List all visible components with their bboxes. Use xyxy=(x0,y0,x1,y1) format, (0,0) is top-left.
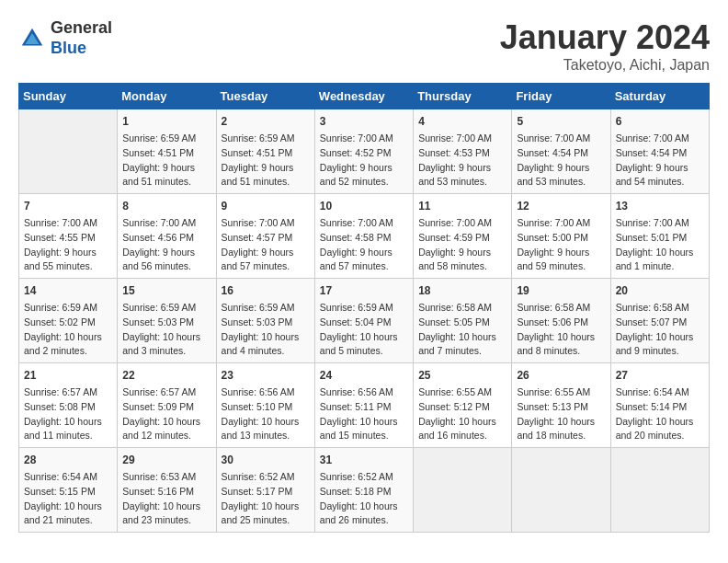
title-area: January 2024 Taketoyo, Aichi, Japan xyxy=(500,18,710,74)
calendar-cell: 4Sunrise: 7:00 AMSunset: 4:53 PMDaylight… xyxy=(414,109,512,194)
day-info: Daylight: 10 hours xyxy=(222,330,310,345)
day-info: Sunrise: 7:00 AM xyxy=(320,216,408,231)
day-info: Daylight: 10 hours xyxy=(320,415,408,430)
day-info: Sunset: 5:02 PM xyxy=(24,316,112,330)
calendar-cell: 12Sunrise: 7:00 AMSunset: 5:00 PMDayligh… xyxy=(512,194,610,279)
day-info: Daylight: 10 hours xyxy=(24,500,112,514)
day-info: Sunset: 5:03 PM xyxy=(122,316,210,330)
day-number: 1 xyxy=(122,113,210,130)
day-info: Sunset: 4:53 PM xyxy=(418,146,506,161)
logo: General Blue xyxy=(18,18,112,58)
day-info: Daylight: 10 hours xyxy=(517,415,605,430)
day-info: Daylight: 9 hours xyxy=(616,161,704,176)
day-info: Sunrise: 7:00 AM xyxy=(517,216,605,231)
day-info: and 57 minutes. xyxy=(222,259,310,274)
day-info: and 15 minutes. xyxy=(320,429,408,443)
day-number: 4 xyxy=(418,113,506,130)
day-info: Sunrise: 6:54 AM xyxy=(24,470,112,485)
day-info: and 1 minute. xyxy=(616,259,704,274)
logo-text: General Blue xyxy=(51,18,112,58)
calendar-cell: 16Sunrise: 6:59 AMSunset: 5:03 PMDayligh… xyxy=(216,279,314,363)
calendar-cell: 10Sunrise: 7:00 AMSunset: 4:58 PMDayligh… xyxy=(314,194,413,279)
calendar-cell: 21Sunrise: 6:57 AMSunset: 5:08 PMDayligh… xyxy=(19,363,118,448)
day-number: 21 xyxy=(24,367,112,384)
day-info: Daylight: 9 hours xyxy=(24,246,112,260)
day-info: Sunrise: 7:00 AM xyxy=(418,216,506,231)
day-info: Daylight: 10 hours xyxy=(24,415,112,430)
day-number: 9 xyxy=(222,198,310,214)
day-info: and 53 minutes. xyxy=(517,175,605,190)
day-info: Sunrise: 6:55 AM xyxy=(517,385,605,400)
calendar-cell xyxy=(414,448,512,533)
day-info: Sunset: 4:59 PM xyxy=(418,231,506,246)
day-info: Daylight: 10 hours xyxy=(616,330,704,345)
calendar-cell: 3Sunrise: 7:00 AMSunset: 4:52 PMDaylight… xyxy=(314,109,413,194)
day-info: Sunset: 5:17 PM xyxy=(222,485,310,500)
day-info: Sunrise: 6:59 AM xyxy=(24,301,112,316)
calendar-cell: 2Sunrise: 6:59 AMSunset: 4:51 PMDaylight… xyxy=(216,109,314,194)
calendar-cell: 14Sunrise: 6:59 AMSunset: 5:02 PMDayligh… xyxy=(19,279,118,363)
calendar-cell: 18Sunrise: 6:58 AMSunset: 5:05 PMDayligh… xyxy=(414,279,512,363)
header-day-wednesday: Wednesday xyxy=(314,84,413,109)
day-info: and 20 minutes. xyxy=(616,429,704,443)
day-info: Sunrise: 6:58 AM xyxy=(418,301,506,316)
calendar-cell xyxy=(610,448,709,533)
calendar-cell: 23Sunrise: 6:56 AMSunset: 5:10 PMDayligh… xyxy=(216,363,314,448)
day-number: 6 xyxy=(616,113,704,130)
day-info: Sunrise: 6:52 AM xyxy=(222,470,310,485)
day-info: Sunrise: 6:57 AM xyxy=(122,385,210,400)
day-info: Sunrise: 6:59 AM xyxy=(222,132,310,146)
day-info: Sunset: 4:56 PM xyxy=(122,231,210,246)
day-info: Sunset: 4:57 PM xyxy=(222,231,310,246)
day-info: Sunrise: 6:59 AM xyxy=(122,132,210,146)
calendar-cell: 31Sunrise: 6:52 AMSunset: 5:18 PMDayligh… xyxy=(314,448,413,533)
day-info: and 54 minutes. xyxy=(616,175,704,190)
calendar-cell: 29Sunrise: 6:53 AMSunset: 5:16 PMDayligh… xyxy=(118,448,216,533)
day-info: Sunset: 5:09 PM xyxy=(122,400,210,415)
day-info: Sunset: 4:51 PM xyxy=(222,146,310,161)
day-info: Sunset: 5:08 PM xyxy=(24,400,112,415)
day-info: Sunrise: 6:58 AM xyxy=(616,301,704,316)
day-info: Daylight: 9 hours xyxy=(320,246,408,260)
day-number: 26 xyxy=(517,367,605,384)
day-info: and 55 minutes. xyxy=(24,259,112,274)
day-info: and 5 minutes. xyxy=(320,344,408,359)
day-number: 8 xyxy=(122,198,210,214)
day-info: Daylight: 10 hours xyxy=(320,500,408,514)
header-day-friday: Friday xyxy=(512,84,610,109)
day-info: and 2 minutes. xyxy=(24,344,112,359)
day-info: Sunrise: 7:00 AM xyxy=(517,132,605,146)
calendar-cell: 6Sunrise: 7:00 AMSunset: 4:54 PMDaylight… xyxy=(610,109,709,194)
day-number: 25 xyxy=(418,367,506,384)
day-info: Sunrise: 6:59 AM xyxy=(222,301,310,316)
day-info: Sunset: 4:52 PM xyxy=(320,146,408,161)
day-number: 16 xyxy=(222,282,310,299)
day-info: Sunrise: 7:00 AM xyxy=(418,132,506,146)
calendar-cell: 19Sunrise: 6:58 AMSunset: 5:06 PMDayligh… xyxy=(512,279,610,363)
day-number: 27 xyxy=(616,367,704,384)
day-number: 28 xyxy=(24,452,112,468)
day-info: Daylight: 10 hours xyxy=(320,330,408,345)
day-info: Daylight: 10 hours xyxy=(122,330,210,345)
day-info: Daylight: 9 hours xyxy=(517,246,605,260)
calendar-cell: 17Sunrise: 6:59 AMSunset: 5:04 PMDayligh… xyxy=(314,279,413,363)
calendar-cell: 11Sunrise: 7:00 AMSunset: 4:59 PMDayligh… xyxy=(414,194,512,279)
day-number: 10 xyxy=(320,198,408,214)
day-info: and 21 minutes. xyxy=(24,513,112,528)
day-info: Daylight: 10 hours xyxy=(122,500,210,514)
day-number: 7 xyxy=(24,198,112,214)
day-info: Sunrise: 7:00 AM xyxy=(122,216,210,231)
day-info: Daylight: 10 hours xyxy=(222,500,310,514)
day-info: and 7 minutes. xyxy=(418,344,506,359)
day-info: Sunset: 4:55 PM xyxy=(24,231,112,246)
calendar-cell: 20Sunrise: 6:58 AMSunset: 5:07 PMDayligh… xyxy=(610,279,709,363)
day-info: Sunrise: 6:56 AM xyxy=(222,385,310,400)
day-info: Sunset: 5:00 PM xyxy=(517,231,605,246)
calendar-cell: 27Sunrise: 6:54 AMSunset: 5:14 PMDayligh… xyxy=(610,363,709,448)
day-info: Daylight: 9 hours xyxy=(418,246,506,260)
day-number: 23 xyxy=(222,367,310,384)
calendar-cell: 1Sunrise: 6:59 AMSunset: 4:51 PMDaylight… xyxy=(118,109,216,194)
day-info: Sunrise: 6:59 AM xyxy=(122,301,210,316)
day-number: 11 xyxy=(418,198,506,214)
calendar-cell: 5Sunrise: 7:00 AMSunset: 4:54 PMDaylight… xyxy=(512,109,610,194)
